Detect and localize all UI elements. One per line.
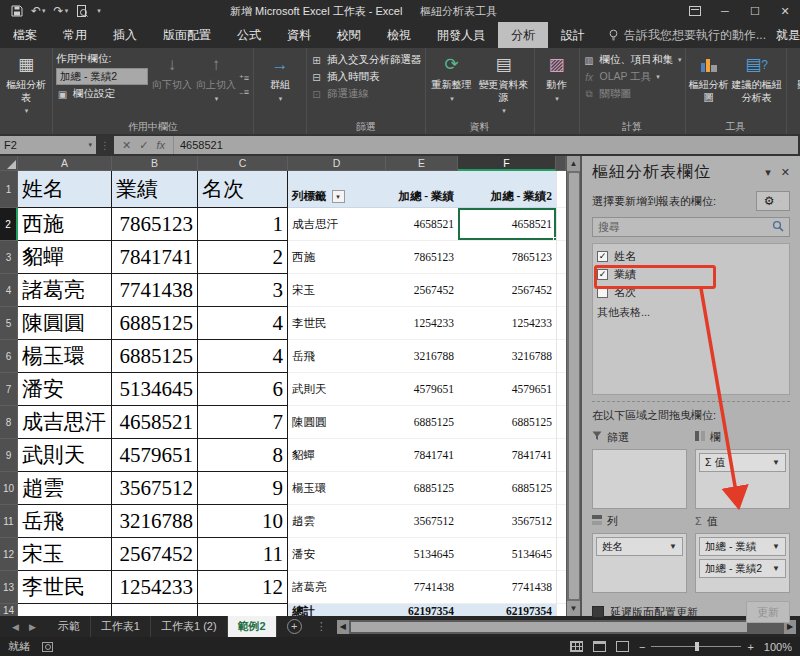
row-header-13[interactable]: 13 (0, 571, 18, 604)
values-field-加總 - 業績2[interactable]: 加總 - 業績2▼ (699, 559, 786, 578)
row-header-4[interactable]: 4 (0, 274, 18, 307)
zoom-slider-thumb[interactable] (695, 642, 699, 651)
cell-E12[interactable]: 5134645 (386, 538, 458, 571)
field-checkbox-業績[interactable]: ✓ (597, 269, 608, 280)
scroll-down-icon[interactable]: ▼ (567, 601, 581, 616)
cell-E13[interactable]: 7741438 (386, 571, 458, 604)
expand-collapse-field-buttons[interactable]: ⁺≡ ₋≡ (238, 50, 250, 119)
add-sheet-icon[interactable]: + (287, 619, 302, 634)
cell-E10[interactable]: 6885125 (386, 472, 458, 505)
cell-F8[interactable]: 6885125 (458, 406, 556, 439)
cell-B8[interactable]: 4658521 (112, 406, 198, 439)
cell-E2[interactable]: 4658521 (386, 208, 458, 241)
vertical-scrollbar[interactable]: ▲ ▼ (566, 156, 580, 616)
sheet-tab-示範[interactable]: 示範 (48, 616, 91, 637)
row-header-1[interactable]: 1 (0, 171, 18, 208)
sheet-tab-工作表1[interactable]: 工作表1 (91, 616, 151, 637)
cell-A9[interactable]: 武則天 (18, 439, 112, 472)
cell-A11[interactable]: 岳飛 (18, 505, 112, 538)
field-checkbox-名次[interactable] (597, 287, 608, 298)
cell-F7[interactable]: 4579651 (458, 373, 556, 406)
cell-blank[interactable] (556, 472, 566, 505)
cell-B4[interactable]: 7741438 (112, 274, 198, 307)
cell-C5[interactable]: 4 (198, 307, 288, 340)
cell-C9[interactable]: 8 (198, 439, 288, 472)
cell-E3[interactable]: 7865123 (386, 241, 458, 274)
dropitem-arrow-icon[interactable]: ▼ (772, 458, 780, 467)
cell-A10[interactable]: 趙雲 (18, 472, 112, 505)
row-header-14[interactable]: 14 (0, 604, 18, 616)
cancel-formula-icon[interactable]: ✕ (122, 139, 131, 152)
cell-blank[interactable] (556, 538, 566, 571)
formula-input[interactable]: 4658521 (174, 136, 798, 154)
cell-B3[interactable]: 7841741 (112, 241, 198, 274)
cell-A13[interactable]: 李世民 (18, 571, 112, 604)
sheet-tab-工作表1 (2)[interactable]: 工作表1 (2) (151, 616, 228, 637)
cell-F11[interactable]: 3567512 (458, 505, 556, 538)
recommended-pivottables-button[interactable]: ▤? 建議的樞紐分析表 (731, 50, 783, 119)
defer-layout-checkbox[interactable] (592, 606, 604, 618)
close-button[interactable]: ✕ (770, 0, 800, 22)
cell-blank[interactable] (556, 241, 566, 274)
values-field-加總 - 業績[interactable]: 加總 - 業績▼ (699, 537, 786, 556)
cell-blank[interactable] (556, 373, 566, 406)
zoom-level[interactable]: 100% (764, 641, 792, 653)
page-break-view-icon[interactable] (616, 641, 629, 652)
column-header-E[interactable]: E (386, 156, 458, 171)
name-box-dropdown-icon[interactable]: ▾ (88, 141, 92, 149)
cell-F10[interactable]: 6885125 (458, 472, 556, 505)
pivottable-button[interactable]: ▦ 樞紐分析表▾ (3, 50, 49, 119)
ribbon-display-options-icon[interactable] (680, 0, 710, 22)
cell-B11[interactable]: 3216788 (112, 505, 198, 538)
row-header-11[interactable]: 11 (0, 505, 18, 538)
enter-formula-icon[interactable]: ✓ (139, 139, 148, 152)
cell-A14[interactable] (18, 604, 112, 616)
cell-E7[interactable]: 4579651 (386, 373, 458, 406)
more-tables-link[interactable]: 其他表格... (597, 305, 785, 320)
cell-B14[interactable] (112, 604, 198, 616)
print-preview-icon[interactable] (73, 1, 91, 21)
cell-C10[interactable]: 9 (198, 472, 288, 505)
pivotchart-button[interactable]: 樞紐分析圖 (689, 50, 729, 119)
drill-down-button[interactable]: ↓ 向下切入 (150, 50, 194, 119)
cell-D6[interactable]: 岳飛 (288, 340, 386, 373)
column-header-A[interactable]: A (18, 156, 112, 171)
cell-D8[interactable]: 陳圓圓 (288, 406, 386, 439)
ribbon-tab-插入[interactable]: 插入 (100, 22, 150, 48)
tell-me-box[interactable]: 告訴我您想要執行的動作... (598, 22, 776, 48)
cell-A6[interactable]: 楊玉環 (18, 340, 112, 373)
dropitem-arrow-icon[interactable]: ▼ (772, 564, 780, 573)
cell-blank[interactable] (556, 208, 566, 241)
cell-A12[interactable]: 宋玉 (18, 538, 112, 571)
qat-customize-icon[interactable]: ▾ (93, 1, 104, 21)
cell-C12[interactable]: 11 (198, 538, 288, 571)
cell-blank[interactable] (556, 406, 566, 439)
row-header-7[interactable]: 7 (0, 373, 18, 406)
cell-F12[interactable]: 5134645 (458, 538, 556, 571)
tools-gear-button[interactable]: ⚙▾ (756, 191, 790, 211)
cell-B5[interactable]: 6885125 (112, 307, 198, 340)
field-item-名次[interactable]: 名次 (597, 283, 785, 301)
cell-D2[interactable]: 成吉思汗 (288, 208, 386, 241)
ribbon-tab-校閱[interactable]: 校閱 (324, 22, 374, 48)
cell-F13[interactable]: 7741438 (458, 571, 556, 604)
cell-C11[interactable]: 10 (198, 505, 288, 538)
cell-F5[interactable]: 1254233 (458, 307, 556, 340)
cell-blank[interactable] (556, 439, 566, 472)
collapse-field-icon[interactable]: ₋≡ (239, 87, 249, 97)
columns-area-box[interactable]: Σ 值▼ (695, 449, 790, 509)
update-button[interactable]: 更新 (746, 601, 790, 623)
cell-E11[interactable]: 3567512 (386, 505, 458, 538)
collapse-ribbon-icon[interactable]: ⌃ (790, 119, 800, 134)
row-header-9[interactable]: 9 (0, 439, 18, 472)
fields-items-sets-button[interactable]: ▥欄位、項目和集▾ (583, 53, 682, 67)
sheetbar-splitter[interactable]: ⋮ (310, 616, 333, 637)
cell-F9[interactable]: 7841741 (458, 439, 556, 472)
pivot-header-sum2[interactable]: 加總 - 業績2 (458, 171, 556, 208)
hscroll-left-icon[interactable]: ◀ (337, 620, 349, 634)
name-box[interactable]: F2▾ (0, 136, 96, 154)
cell-C13[interactable]: 12 (198, 571, 288, 604)
cell-A2[interactable]: 西施 (18, 208, 112, 241)
sheet-tab-範例2[interactable]: 範例2 (228, 616, 277, 637)
sheet-nav-left-icon[interactable]: ◀ (12, 622, 19, 632)
